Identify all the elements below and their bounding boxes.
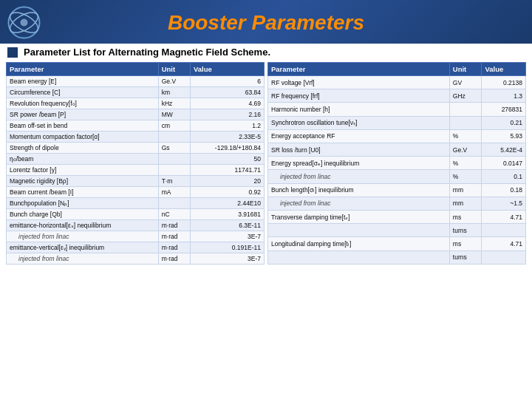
table-row: injected from linacm·rad3E-7 xyxy=(7,231,265,242)
value-cell: 3E-7 xyxy=(190,253,264,265)
bullet-icon xyxy=(7,47,18,58)
param-cell: emittance-vertical[εᵧ] inequilibrium xyxy=(7,242,159,253)
unit-cell: Gs xyxy=(158,143,190,154)
table-row: Revolution frequency[f₀]kHz4.69 xyxy=(7,98,265,109)
param-cell: injected from linac xyxy=(7,253,159,265)
header-area: Booster Parameters xyxy=(0,0,532,44)
table-row: Lorentz factor [γ]11741.71 xyxy=(7,165,265,176)
unit-cell: mA xyxy=(158,187,190,198)
unit-cell: mm xyxy=(449,197,482,210)
right-table: Parameter Unit Value RF voltage [Vrf]GV0… xyxy=(267,62,526,265)
page-title: Booster Parameters xyxy=(48,11,484,35)
unit-cell: GHz xyxy=(449,89,482,103)
value-cell: ~1.5 xyxy=(482,197,526,210)
param-cell: SR power /beam [P] xyxy=(7,109,159,120)
unit-cell: ms xyxy=(449,211,482,224)
value-cell: 2.44E10 xyxy=(190,198,264,209)
table-row: injected from linacmm~1.5 xyxy=(268,197,526,210)
unit-cell: Ge.V xyxy=(158,76,190,87)
value-cell: 11741.71 xyxy=(190,165,264,176)
unit-cell: turns xyxy=(449,224,482,237)
unit-cell: nC xyxy=(158,209,190,220)
tables-container: Parameter Unit Value Beam energy [E]Ge.V… xyxy=(0,61,532,266)
table-row: Bunch charge [Qb]nC3.91681 xyxy=(7,209,265,220)
value-cell: 0.2138 xyxy=(482,76,526,89)
value-cell: 0.1 xyxy=(482,170,526,183)
value-cell: 6.3E-11 xyxy=(190,220,264,231)
table-row: Bunchpopulation [Nₚ]2.44E10 xyxy=(7,198,265,209)
unit-cell: T·m xyxy=(158,176,190,187)
table-row: Strength of dipoleGs-129.18/+180.84 xyxy=(7,143,265,154)
logo-icon xyxy=(7,6,41,39)
unit-cell xyxy=(158,154,190,165)
subtitle-area: Parameter List for Alternating Magnetic … xyxy=(0,44,532,61)
value-cell: 4.71 xyxy=(482,211,526,224)
unit-cell: kHz xyxy=(158,98,190,109)
table-row: Beam off-set in bendcm1.2 xyxy=(7,120,265,132)
unit-cell: m·rad xyxy=(158,253,190,265)
table-row: RF voltage [Vrf]GV0.2138 xyxy=(268,76,526,89)
value-cell: 3.91681 xyxy=(190,209,264,220)
value-cell: 63.84 xyxy=(190,87,264,98)
param-cell: Lorentz factor [γ] xyxy=(7,165,159,176)
unit-cell: m·rad xyxy=(158,220,190,231)
left-col-value: Value xyxy=(190,63,264,76)
unit-cell: % xyxy=(449,157,482,170)
value-cell: 4.69 xyxy=(190,98,264,109)
table-row: Longitudinal damping time[tₗ]ms4.71 xyxy=(268,237,526,250)
svg-point-3 xyxy=(21,19,28,27)
unit-cell: Ge.V xyxy=(449,143,482,157)
param-cell xyxy=(268,224,450,237)
param-cell: Beam off-set in bend xyxy=(7,120,159,132)
left-col-param: Parameter xyxy=(7,63,159,76)
table-row: Bunch length[σₗ] inequilibriummm0.18 xyxy=(268,183,526,197)
value-cell: -129.18/+180.84 xyxy=(190,143,264,154)
table-row: injected from linac%0.1 xyxy=(268,170,526,183)
right-col-value: Value xyxy=(482,63,526,76)
unit-cell: MW xyxy=(158,109,190,120)
value-cell: 50 xyxy=(190,154,264,165)
unit-cell xyxy=(449,103,482,116)
param-cell: Bunchpopulation [Nₚ] xyxy=(7,198,159,209)
value-cell: 0.191E-11 xyxy=(190,242,264,253)
value-cell: 5.93 xyxy=(482,129,526,143)
param-cell: RF voltage [Vrf] xyxy=(268,76,450,89)
right-col-param: Parameter xyxy=(268,63,450,76)
value-cell: 0.0147 xyxy=(482,157,526,170)
value-cell: 1.2 xyxy=(190,120,264,132)
unit-cell: m·rad xyxy=(158,231,190,242)
param-cell: Magnetic rigidity [Bρ] xyxy=(7,176,159,187)
table-row: Momentum compaction factor[α]2.33E-5 xyxy=(7,132,265,143)
param-cell: Energy spread[σₑ] inequilibrium xyxy=(268,157,450,170)
param-cell: Energy acceptance RF xyxy=(268,129,450,143)
param-cell: Revolution frequency[f₀] xyxy=(7,98,159,109)
table-row: Energy acceptance RF%5.93 xyxy=(268,129,526,143)
unit-cell: GV xyxy=(449,76,482,89)
table-row: Circumference [C]km63.84 xyxy=(7,87,265,98)
param-cell: Harmonic number [h] xyxy=(268,103,450,116)
param-cell: Circumference [C] xyxy=(7,87,159,98)
param-cell: injected from linac xyxy=(7,231,159,242)
value-cell: 0.21 xyxy=(482,116,526,129)
unit-cell: % xyxy=(449,129,482,143)
table-row: turns xyxy=(268,250,526,264)
unit-cell: % xyxy=(449,170,482,183)
left-table: Parameter Unit Value Beam energy [E]Ge.V… xyxy=(6,62,265,265)
value-cell: 1.3 xyxy=(482,89,526,103)
value-cell: 20 xyxy=(190,176,264,187)
table-row: RF frequency [frf]GHz1.3 xyxy=(268,89,526,103)
param-cell: Strength of dipole xyxy=(7,143,159,154)
table-row: Transverse damping time[tₓ]ms4.71 xyxy=(268,211,526,224)
param-cell: Longitudinal damping time[tₗ] xyxy=(268,237,450,250)
param-cell: SR loss /turn [U0] xyxy=(268,143,450,157)
table-row: injected from linacm·rad3E-7 xyxy=(7,253,265,265)
value-cell: 2.16 xyxy=(190,109,264,120)
param-cell: RF frequency [frf] xyxy=(268,89,450,103)
left-col-unit: Unit xyxy=(158,63,190,76)
param-cell: injected from linac xyxy=(268,197,450,210)
table-row: Beam current /beam [I]mA0.92 xyxy=(7,187,265,198)
unit-cell xyxy=(158,132,190,143)
table-row: SR power /beam [P]MW2.16 xyxy=(7,109,265,120)
param-cell: injected from linac xyxy=(268,170,450,183)
unit-cell: km xyxy=(158,87,190,98)
